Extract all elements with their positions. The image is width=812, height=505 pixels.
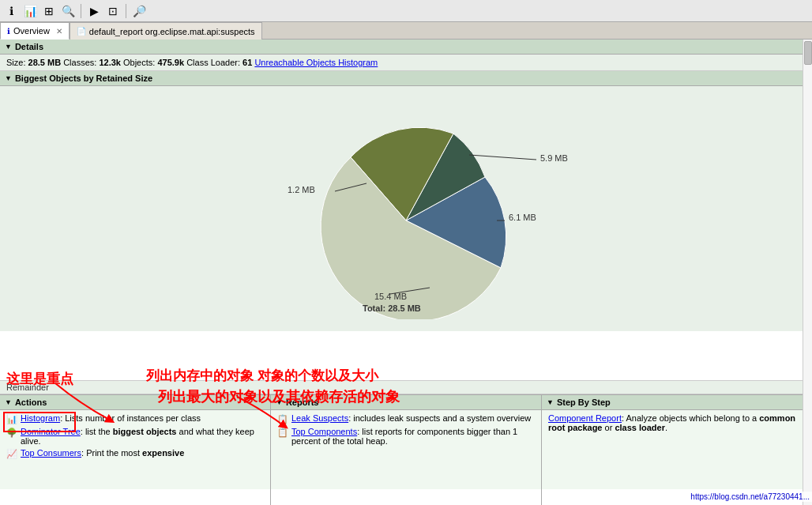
actions-content: 📊 Histogram: Lists number of instances p… xyxy=(0,410,270,489)
label-12mb: 1.2 MB xyxy=(288,185,315,194)
tab-overview[interactable]: ℹ Overview ✕ xyxy=(0,22,70,40)
tab-report-label: default_report org.eclipse.mat.api:suspe… xyxy=(89,27,255,36)
component-report-link[interactable]: Component Report xyxy=(548,413,622,423)
step-title: Step By Step xyxy=(557,398,611,407)
actions-header[interactable]: ▼ Actions xyxy=(0,395,270,410)
label-154mb: 15.4 MB xyxy=(374,292,407,301)
size-value: 28.5 MB xyxy=(28,58,62,67)
bottom-sections: ▼ Actions 📊 Histogram: Lists number of i… xyxy=(0,394,812,505)
dominator-link[interactable]: Dominator Tree xyxy=(21,427,81,436)
reports-column: ▼ Reports 📋 Leak Suspects: includes leak… xyxy=(271,395,542,505)
dominator-icon: 🌳 xyxy=(6,428,17,438)
histogram-icon: 📊 xyxy=(6,414,17,424)
leak-icon: 📋 xyxy=(277,414,288,424)
tabs-bar: ℹ Overview ✕ 📄 default_report org.eclips… xyxy=(0,22,812,40)
tab-overview-label: Overview xyxy=(13,26,50,36)
loader-value: 61 xyxy=(242,58,252,67)
divider-2 xyxy=(126,4,126,18)
loader-label: Class Loader: xyxy=(186,58,242,67)
tab-overview-close[interactable]: ✕ xyxy=(56,27,62,36)
list-item-consumers: 📈 Top Consumers: Print the most expensiv… xyxy=(6,448,264,459)
list-item-dominator: 🌳 Dominator Tree: list the biggest objec… xyxy=(6,427,264,446)
total-label: Total: 28.5 MB xyxy=(363,303,421,313)
label-59mb: 5.9 MB xyxy=(540,153,568,163)
top-comp-link[interactable]: Top Components xyxy=(291,427,357,436)
info-icon[interactable]: ℹ xyxy=(3,3,19,19)
reports-title: Reports xyxy=(286,398,319,407)
consumers-icon: 📈 xyxy=(6,449,17,459)
step-by-step-column: ▼ Step By Step Component Report: Analyze… xyxy=(542,395,812,505)
toolbar: ℹ 📊 ⊞ 🔍 ▶ ⊡ 🔎 xyxy=(0,0,812,22)
consumers-text: Top Consumers: Print the most expensive xyxy=(21,448,184,458)
top-comp-text: Top Components: list reports for compone… xyxy=(291,427,535,446)
step-content: Component Report: Analyze objects which … xyxy=(542,410,812,489)
reports-header[interactable]: ▼ Reports xyxy=(271,395,541,410)
grid-icon[interactable]: ⊞ xyxy=(41,3,57,19)
reports-content: 📋 Leak Suspects: includes leak suspects … xyxy=(271,410,541,489)
scrollbar-thumb[interactable] xyxy=(804,41,812,65)
zoom-icon[interactable]: 🔎 xyxy=(131,3,147,19)
expensive-text: expensive xyxy=(142,448,184,458)
actions-arrow: ▼ xyxy=(5,398,12,406)
remainder-label: Remainder xyxy=(0,381,812,394)
leak-link[interactable]: Leak Suspects xyxy=(291,413,348,423)
pie-chart: 6.1 MB 5.9 MB 1.2 MB 15.4 MB Total: 28.5… xyxy=(209,98,603,319)
classes-label: Classes: xyxy=(63,58,99,67)
actions-column: ▼ Actions 📊 Histogram: Lists number of i… xyxy=(0,395,271,505)
list-item-leak: 📋 Leak Suspects: includes leak suspects … xyxy=(277,413,535,424)
tab-overview-icon: ℹ xyxy=(7,27,10,36)
chart-title: Biggest Objects by Retained Size xyxy=(15,73,152,83)
details-content: Size: 28.5 MB Classes: 12.3k Objects: 47… xyxy=(0,55,812,70)
step-header[interactable]: ▼ Step By Step xyxy=(542,395,812,410)
size-label: Size: xyxy=(6,58,28,67)
dominator-text: Dominator Tree: list the biggest objects… xyxy=(21,427,264,446)
run-icon[interactable]: ▶ xyxy=(86,3,102,19)
objects-value: 475.9k xyxy=(157,58,184,67)
divider-1 xyxy=(81,4,81,18)
objects-label: Objects: xyxy=(123,58,157,67)
chart-content: 6.1 MB 5.9 MB 1.2 MB 15.4 MB Total: 28.5… xyxy=(0,86,812,331)
search-icon[interactable]: 🔍 xyxy=(60,3,76,19)
list-item-histogram: 📊 Histogram: Lists number of instances p… xyxy=(6,413,264,424)
scrollbar[interactable] xyxy=(803,40,812,505)
actions-title: Actions xyxy=(15,398,47,407)
list-item-component-report: Component Report: Analyze objects which … xyxy=(548,413,806,432)
component-report-text: Component Report: Analyze objects which … xyxy=(548,413,806,432)
leak-text: Leak Suspects: includes leak suspects an… xyxy=(291,413,531,423)
biggest-objects-text: biggest objects xyxy=(113,427,177,436)
details-header[interactable]: ▼ Details xyxy=(0,40,812,55)
tab-default-report[interactable]: 📄 default_report org.eclipse.mat.api:sus… xyxy=(70,22,262,40)
chart-icon[interactable]: 📊 xyxy=(22,3,38,19)
class-loader-text: class loader xyxy=(615,423,665,432)
consumers-link[interactable]: Top Consumers xyxy=(21,448,81,458)
details-title: Details xyxy=(15,42,43,51)
label-6mb: 6.1 MB xyxy=(509,213,536,222)
classes-value: 12.3k xyxy=(99,58,121,67)
details-arrow: ▼ xyxy=(5,43,12,51)
unreachable-histogram-link[interactable]: Unreachable Objects Histogram xyxy=(254,58,378,67)
chart-section: ▼ Biggest Objects by Retained Size 6.1 M… xyxy=(0,71,812,381)
chart-header[interactable]: ▼ Biggest Objects by Retained Size xyxy=(0,71,812,86)
tab-report-icon: 📄 xyxy=(77,27,86,36)
details-section: ▼ Details Size: 28.5 MB Classes: 12.3k O… xyxy=(0,40,812,71)
svg-line-1 xyxy=(469,155,536,160)
top-comp-icon: 📋 xyxy=(277,428,288,438)
histogram-link[interactable]: Histogram xyxy=(21,413,60,423)
step-arrow: ▼ xyxy=(547,398,554,406)
reports-arrow: ▼ xyxy=(276,398,283,406)
list-item-top-components: 📋 Top Components: list reports for compo… xyxy=(277,427,535,446)
main-content: ▼ Details Size: 28.5 MB Classes: 12.3k O… xyxy=(0,40,812,505)
histogram-text: Histogram: Lists number of instances per… xyxy=(21,413,201,423)
export-icon[interactable]: ⊡ xyxy=(105,3,121,19)
chart-arrow: ▼ xyxy=(5,74,12,82)
